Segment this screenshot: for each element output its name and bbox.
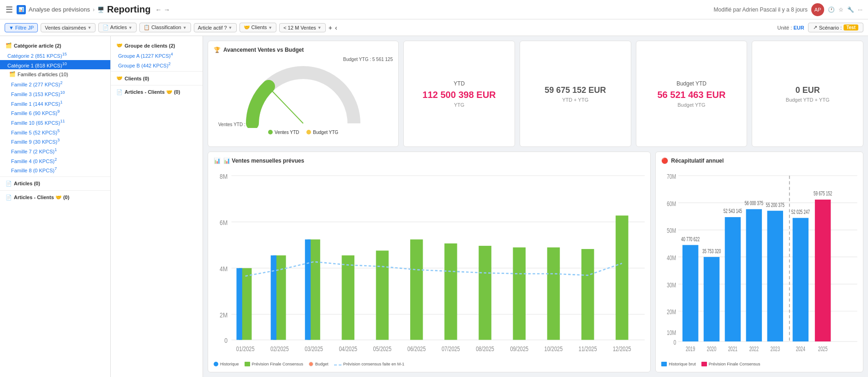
svg-text:52 025 247: 52 025 247 <box>791 209 810 215</box>
filter-article-actif-label: Article actif ? <box>198 25 227 30</box>
svg-text:2025: 2025 <box>818 345 828 352</box>
charts-row: 📊 📊 Ventes mensuelles prévues 8M 6M 4M 2… <box>208 152 863 372</box>
groupe-icon: 🤝 <box>116 43 123 49</box>
svg-rect-22 <box>479 246 491 340</box>
kpi-budget-ytd-card: Budget YTD 56 521 463 EUR Budget YTG <box>636 41 748 147</box>
svg-rect-15 <box>271 255 276 340</box>
filter-jp-button[interactable]: ▼ Filtre JP <box>5 23 38 32</box>
more-icon[interactable]: ··· <box>858 6 862 13</box>
sidebar-section-articles: 📄 Articles (0) <box>0 179 110 188</box>
kpi-budget-ytd-ytg-sub: Budget YTD + YTG <box>786 97 830 103</box>
articles-clients-label: Articles - Clients 🤝 (0) <box>14 195 69 201</box>
legend-budget: Budget <box>309 362 329 366</box>
mid-articles-clients-label: Articles - Clients 🤝 (0) <box>125 89 180 95</box>
history-icon[interactable]: 🕐 <box>828 6 835 13</box>
filter-ventes-button[interactable]: Ventes clairsmées ▼ <box>41 23 96 32</box>
svg-text:03/2025: 03/2025 <box>305 346 323 353</box>
main-layout: 🗂️ Catégorie article (2) Catégorie 2 (85… <box>0 36 868 377</box>
svg-text:10M: 10M <box>667 328 676 337</box>
kpi-ytd-ytg-sub: YTD + YTG <box>562 97 588 103</box>
middle-groupe-a[interactable]: Groupe A (1227 KPCS)4 <box>111 50 203 60</box>
prevision-finale-annual-label: Prévision Finale Consensus <box>709 362 760 366</box>
monitor-icon: 🖥️ <box>97 6 104 13</box>
middle-clients-title: 🤝 Clients (0) <box>111 73 203 83</box>
annual-icon: 🔴 <box>661 158 668 164</box>
svg-text:2022: 2022 <box>749 345 759 352</box>
collapse-filter-icon[interactable]: ‹ <box>335 24 337 31</box>
svg-rect-62 <box>767 211 783 341</box>
sidebar-item-famille7[interactable]: Famille 7 (2 KPCS)1 <box>0 146 110 156</box>
annual-legend: Historique brut Prévision Finale Consens… <box>661 362 857 366</box>
articles-label: Articles (0) <box>14 181 40 186</box>
header-right: Modifié par Adrien Pascal il y a 8 jours… <box>714 3 862 16</box>
star-icon[interactable]: ☆ <box>838 6 844 13</box>
sidebar-articles-title: 📄 Articles (0) <box>0 179 110 188</box>
filter-classification-arrow: ▼ <box>183 25 187 30</box>
monthly-icon: 📊 <box>214 158 221 164</box>
svg-text:35 753 320: 35 753 320 <box>702 248 721 254</box>
sidebar-category-title: 🗂️ Catégorie article (2) <box>0 41 110 50</box>
unit-value: EUR <box>793 25 804 30</box>
svg-rect-60 <box>746 209 762 341</box>
breadcrumb: 📊 Analyse des prévisions › 🖥️ Reporting … <box>17 4 170 15</box>
filter-classification-button[interactable]: 📋 Classification ▼ <box>139 23 191 32</box>
scenario-button[interactable]: ↗ Scénario : Test <box>808 23 863 32</box>
annual-chart-area: 70M 60M 50M 40M 30M 20M 10M 0 <box>661 168 857 366</box>
legend-prevision-finale: Prévision Finale Consensus <box>245 362 304 366</box>
svg-rect-58 <box>725 217 741 341</box>
monthly-legend: Historique Prévision Finale Consensus Bu… <box>214 362 645 366</box>
svg-text:08/2025: 08/2025 <box>476 346 494 353</box>
filter-12m-button[interactable]: < 12 M Ventes ▼ <box>279 23 326 32</box>
modified-by-text: Modifié par Adrien Pascal il y a 8 jours <box>714 6 808 13</box>
nav-right-icon[interactable]: → <box>163 6 170 13</box>
settings-icon[interactable]: 🔧 <box>847 6 854 13</box>
avancement-label: Avancement Ventes vs Budget <box>223 47 304 53</box>
menu-icon[interactable]: ☰ <box>6 5 13 15</box>
monthly-label: 📊 Ventes mensuelles prévues <box>223 158 304 164</box>
monthly-chart-card: 📊 📊 Ventes mensuelles prévues 8M 6M 4M 2… <box>208 152 651 372</box>
svg-text:02/2025: 02/2025 <box>270 346 289 353</box>
annual-svg: 70M 60M 50M 40M 30M 20M 10M 0 <box>661 168 857 359</box>
svg-rect-24 <box>547 248 560 340</box>
sidebar-articles-clients-title: 📄 Articles - Clients 🤝 (0) <box>0 193 110 202</box>
prevision-finale-label: Prévision Finale Consensus <box>252 362 304 366</box>
svg-text:60M: 60M <box>667 200 676 208</box>
sidebar-item-cat1[interactable]: Catégorie 1 (818 KPCS)10 <box>0 60 110 70</box>
sidebar-item-famille10[interactable]: Famille 10 (65 KPCS)11 <box>0 117 110 127</box>
middle-groupe-b[interactable]: Groupe B (442 KPCS)2 <box>111 60 203 70</box>
monthly-chart-area: 8M 6M 4M 2M 0 <box>214 168 645 366</box>
sidebar-item-famille5[interactable]: Famille 5 (52 KPCS)5 <box>0 127 110 137</box>
add-filter-icon[interactable]: + <box>329 24 332 31</box>
kpi-ytd-label: YTD <box>454 80 465 87</box>
sidebar-item-cat2[interactable]: Catégorie 2 (851 KPCS)15 <box>0 50 110 60</box>
filter-article-actif-button[interactable]: Article actif ? ▼ <box>194 23 237 32</box>
sidebar-item-famille4[interactable]: Famille 4 (0 KPCS)2 <box>0 156 110 165</box>
sidebar-section-articles-clients: 📄 Articles - Clients 🤝 (0) <box>0 193 110 202</box>
filter-ventes-arrow: ▼ <box>88 25 92 30</box>
nav-left-icon[interactable]: ← <box>155 6 162 13</box>
kpi-ytd-ytg-card: 59 675 152 EUR YTD + YTG <box>520 41 631 147</box>
sidebar-item-famille9[interactable]: Famille 9 (30 KPCS)3 <box>0 136 110 146</box>
svg-text:09/2025: 09/2025 <box>510 346 528 353</box>
filter-classification-label: 📋 Classification <box>144 24 181 30</box>
legend-prevision-m1: Prévision consensus faite en M-1 <box>334 362 405 366</box>
gauge-legend: Ventes YTD Budget YTG <box>268 130 338 135</box>
svg-text:2020: 2020 <box>707 345 717 352</box>
sidebar-item-famille8[interactable]: Famille 8 (0 KPCS)7 <box>0 165 110 175</box>
budget-legend-label: Budget <box>315 362 329 366</box>
sidebar-item-famille6[interactable]: Famille 6 (90 KPCS)9 <box>0 108 110 117</box>
filter-clients-button[interactable]: 🤝 Clients ▼ <box>239 23 277 32</box>
sidebar-item-famille2[interactable]: Famille 2 (277 KPCS)2 <box>0 79 110 89</box>
sidebar-item-famille1[interactable]: Famille 1 (144 KPCS)1 <box>0 98 110 108</box>
historique-dot <box>214 362 218 366</box>
middle-panel: 🤝 Groupe de clients (2) Groupe A (1227 K… <box>111 36 203 377</box>
app-icon: 📊 <box>17 5 26 14</box>
sidebar-item-famille3[interactable]: Famille 3 (153 KPCS)10 <box>0 89 110 98</box>
filter-article-actif-arrow: ▼ <box>228 25 233 30</box>
filter-articles-button[interactable]: 📄 Articles ▼ <box>98 23 136 32</box>
filter-articles-arrow: ▼ <box>128 25 132 30</box>
middle-divider1 <box>111 71 203 72</box>
app-name[interactable]: Analyse des prévisions <box>29 6 90 13</box>
kpi-budget-ytd-label: Budget YTD <box>676 80 706 87</box>
svg-text:6M: 6M <box>220 219 227 227</box>
